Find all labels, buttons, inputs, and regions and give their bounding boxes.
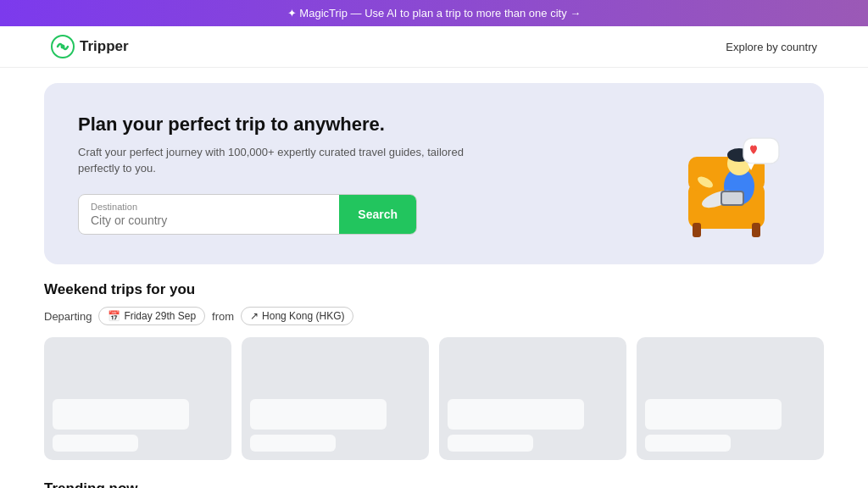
card-skeleton-sub bbox=[645, 435, 731, 452]
card-skeleton-title bbox=[53, 399, 189, 430]
svg-rect-5 bbox=[752, 223, 760, 237]
search-button[interactable]: Search bbox=[339, 195, 416, 234]
search-form: Destination Search bbox=[78, 194, 417, 235]
card-skeleton-sub bbox=[250, 435, 336, 452]
trip-card[interactable] bbox=[637, 337, 824, 460]
logo-text: Tripper bbox=[80, 38, 129, 55]
hero-content: Plan your perfect trip to anywhere. Craf… bbox=[78, 113, 485, 235]
trip-card[interactable] bbox=[439, 337, 626, 460]
weekend-title: Weekend trips for you bbox=[44, 281, 824, 298]
location-chip[interactable]: ↗ Hong Kong (HKG) bbox=[241, 307, 353, 325]
calendar-icon: 📅 bbox=[108, 310, 120, 322]
weekend-section: Weekend trips for you Departing 📅 Friday… bbox=[44, 281, 824, 460]
trending-title: Trending now bbox=[44, 480, 824, 488]
departing-label: Departing bbox=[44, 310, 92, 323]
svg-point-1 bbox=[61, 45, 65, 49]
logo[interactable]: Tripper bbox=[51, 35, 129, 58]
explore-by-country-link[interactable]: Explore by country bbox=[726, 41, 817, 53]
logo-icon bbox=[51, 35, 75, 58]
hero-section: Plan your perfect trip to anywhere. Craf… bbox=[44, 83, 824, 264]
card-skeleton-title bbox=[448, 399, 584, 430]
location-chip-text: Hong Kong (HKG) bbox=[262, 310, 344, 322]
hero-svg bbox=[663, 106, 790, 237]
departing-row: Departing 📅 Friday 29th Sep from ↗ Hong … bbox=[44, 307, 824, 325]
card-skeleton-title bbox=[645, 399, 782, 430]
card-skeleton-sub bbox=[53, 435, 138, 452]
destination-input[interactable] bbox=[91, 214, 327, 227]
hero-subtitle: Craft your perfect journey with 100,000+… bbox=[78, 144, 485, 177]
trip-card[interactable] bbox=[44, 337, 231, 460]
banner-text: ✦ MagicTrip — Use AI to plan a trip to m… bbox=[287, 7, 581, 19]
svg-rect-13 bbox=[722, 192, 743, 204]
top-banner[interactable]: ✦ MagicTrip — Use AI to plan a trip to m… bbox=[0, 0, 868, 26]
header: Tripper Explore by country bbox=[0, 26, 868, 68]
svg-rect-10 bbox=[743, 138, 779, 164]
destination-label: Destination bbox=[91, 202, 327, 212]
trending-section: Trending now bbox=[44, 480, 824, 488]
date-chip-text: Friday 29th Sep bbox=[124, 310, 196, 322]
svg-rect-4 bbox=[693, 223, 701, 237]
from-label: from bbox=[212, 310, 234, 323]
trip-card[interactable] bbox=[242, 337, 429, 460]
card-skeleton-title bbox=[250, 399, 387, 430]
card-skeleton-sub bbox=[448, 435, 533, 452]
hero-illustration bbox=[663, 110, 790, 237]
date-chip[interactable]: 📅 Friday 29th Sep bbox=[98, 307, 205, 325]
search-input-wrapper: Destination bbox=[79, 195, 339, 234]
location-icon: ↗ bbox=[250, 310, 259, 322]
hero-title: Plan your perfect trip to anywhere. bbox=[78, 113, 485, 137]
main-content: Plan your perfect trip to anywhere. Craf… bbox=[27, 83, 841, 488]
trip-cards-grid bbox=[44, 337, 824, 460]
